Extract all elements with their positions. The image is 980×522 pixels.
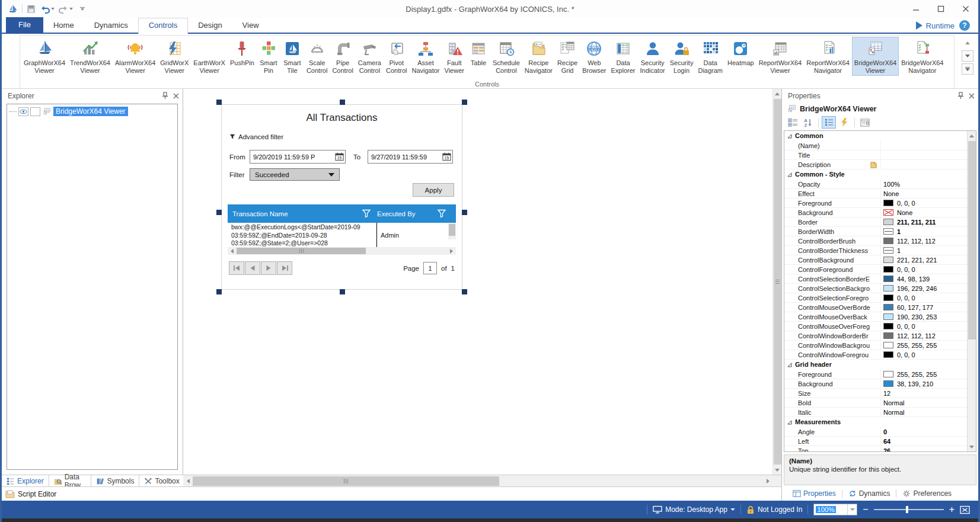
collapse-triangle-icon[interactable] — [787, 134, 792, 139]
panel-tab-preferences[interactable]: Preferences — [898, 489, 956, 498]
zoom-slider[interactable] — [874, 505, 944, 514]
dock-tab-data-brow[interactable]: Data Brow... — [49, 475, 92, 486]
ribbon-item-scale-control[interactable]: ScaleControl — [304, 37, 330, 76]
zoom-out-button[interactable]: − — [863, 504, 868, 515]
ribbon-item-bridgeworx64-navigator[interactable]: BridgeWorX64Navigator — [899, 37, 946, 76]
property-row-background[interactable]: Background38, 139, 210 — [784, 379, 967, 389]
customize-qat-button[interactable] — [80, 7, 85, 11]
script-editor-bar[interactable]: Script Editor — [2, 486, 781, 501]
advanced-filter-toggle[interactable]: Advanced filter — [229, 133, 283, 140]
property-row-controlwindowborderbr[interactable]: ControlWindowBorderBr112, 112, 112 — [784, 331, 967, 341]
table-vertical-scrollbar[interactable] — [448, 223, 456, 239]
property-row-controlmouseoverback[interactable]: ControlMouseOverBack190, 230, 253 — [784, 312, 967, 322]
selected-widget[interactable]: All Transactions Advanced filter From 9/… — [221, 104, 462, 290]
property-row-controlbackground[interactable]: ControlBackground221, 221, 221 — [784, 255, 967, 265]
property-value[interactable]: 100% — [881, 180, 967, 188]
list-view-icon[interactable] — [822, 116, 836, 129]
property-row-title[interactable]: Title — [784, 150, 967, 160]
property-value[interactable]: 38, 139, 210 — [881, 379, 967, 388]
ribbon-item-data-explorer[interactable]: DataExplorer — [609, 37, 638, 76]
ribbon-item-schedule-control[interactable]: ScheduleControl — [490, 37, 522, 76]
ribbon-item-recipe-grid[interactable]: RecipeGrid — [555, 37, 580, 76]
property-value[interactable]: Normal — [881, 408, 967, 417]
property-section-common-style[interactable]: Common - Style — [784, 169, 967, 180]
ribbon-item-gridworx-viewer[interactable]: GridWorXViewer — [158, 37, 191, 76]
property-grid-scrollbar[interactable] — [967, 131, 976, 451]
property-value[interactable]: 255, 255, 255 — [881, 341, 967, 350]
scroll-right-icon[interactable] — [447, 247, 456, 255]
ribbon-item-table[interactable]: Table — [467, 37, 490, 68]
tab-dynamics[interactable]: Dynamics — [84, 18, 138, 33]
ribbon-item-pushpin[interactable]: PushPin — [228, 37, 257, 68]
table-row[interactable]: bwx:@@ExecutionLogs<@StartDate=2019-09 0… — [228, 223, 456, 247]
resize-handle-bottom-center[interactable] — [340, 289, 345, 294]
resize-handle-middle-right[interactable] — [462, 210, 467, 215]
close-icon[interactable] — [969, 93, 975, 99]
property-row-foreground[interactable]: Foreground0, 0, 0 — [784, 198, 967, 208]
page-number-input[interactable]: 1 — [423, 262, 437, 274]
scrollbar-thumb[interactable] — [774, 99, 781, 465]
property-row-top[interactable]: Top26 — [784, 446, 967, 451]
events-lightning-icon[interactable] — [837, 116, 851, 129]
tab-view[interactable]: View — [232, 18, 269, 33]
resize-handle-bottom-left[interactable] — [216, 289, 222, 294]
property-pages-icon[interactable] — [858, 116, 872, 129]
calendar-icon[interactable]: 15 — [334, 150, 345, 163]
categorized-view-icon[interactable] — [786, 116, 800, 129]
resize-handle-middle-left[interactable] — [216, 210, 222, 215]
design-canvas[interactable]: All Transactions Advanced filter From 9/… — [183, 89, 772, 475]
property-value[interactable]: 26 — [881, 446, 967, 451]
property-value[interactable]: 255, 255, 255 — [881, 370, 967, 379]
property-row-controlborderbrush[interactable]: ControlBorderBrush112, 112, 112 — [784, 236, 967, 246]
ribbon-item-security-login[interactable]: SecurityLogin — [668, 37, 696, 76]
ribbon-item-reportworx64-viewer[interactable]: ReportWorX64Viewer — [756, 37, 805, 76]
ribbon-scroll-up-button[interactable] — [962, 37, 973, 49]
apply-button[interactable]: Apply — [413, 183, 454, 197]
to-date-input[interactable]: 9/27/2019 11:59:59 15 — [368, 150, 453, 164]
bridgeworx-viewer-widget[interactable]: All Transactions Advanced filter From 9/… — [221, 104, 462, 290]
property-value[interactable]: 211, 211, 211 — [881, 217, 967, 226]
ribbon-item-graphworx64-viewer[interactable]: GraphWorX64Viewer — [21, 37, 68, 76]
ribbon-collapse-button[interactable] — [962, 63, 973, 75]
ribbon-item-recipe-navigator[interactable]: RecipeNavigator — [522, 37, 555, 76]
property-value[interactable]: 0, 0, 0 — [881, 350, 967, 359]
property-value[interactable]: 60, 127, 177 — [881, 303, 967, 312]
tree-checkbox[interactable] — [30, 107, 40, 116]
canvas-vertical-scrollbar[interactable] — [772, 89, 781, 475]
property-value[interactable]: 0, 0, 0 — [881, 198, 967, 207]
close-icon[interactable] — [173, 93, 179, 99]
property-value[interactable]: 0, 0, 0 — [881, 322, 967, 331]
property-value[interactable]: None — [881, 208, 967, 217]
ribbon-item-smart-pin[interactable]: SmartPin — [257, 37, 280, 76]
column-filter-icon[interactable] — [362, 209, 371, 218]
property-row-controlselectionforegro[interactable]: ControlSelectionForegro0, 0, 0 — [784, 293, 967, 303]
close-button[interactable] — [953, 1, 978, 17]
scrollbar-thumb[interactable] — [968, 141, 976, 340]
first-page-button[interactable] — [229, 261, 244, 275]
ribbon-item-bridgeworx64-viewer[interactable]: BridgeWorX64Viewer — [852, 37, 899, 76]
collapse-triangle-icon[interactable] — [787, 420, 792, 425]
property-value[interactable]: 221, 221, 221 — [881, 255, 967, 264]
resize-handle-top-center[interactable] — [340, 100, 345, 105]
property-value[interactable]: 44, 98, 139 — [881, 274, 967, 283]
ribbon-item-reportworx64-navigator[interactable]: ReportWorX64Navigator — [804, 37, 852, 76]
ribbon-item-earthworx-viewer[interactable]: EarthWorXViewer — [191, 37, 228, 76]
property-row-angle[interactable]: Angle0 — [784, 427, 967, 437]
save-button[interactable] — [26, 4, 36, 14]
ribbon-item-smart-tile[interactable]: SmartTile — [280, 37, 304, 76]
runtime-button[interactable]: Runtime — [916, 21, 955, 30]
property-row-size[interactable]: Size12 — [784, 389, 967, 398]
ribbon-item-security-indicator[interactable]: SecurityIndicator — [637, 37, 667, 76]
visibility-eye-icon[interactable] — [18, 107, 28, 116]
table-horizontal-scrollbar[interactable] — [228, 247, 456, 255]
property-row-background[interactable]: BackgroundNone — [784, 208, 967, 217]
ribbon-item-asset-navigator[interactable]: AssetNavigator — [409, 37, 442, 76]
property-value[interactable]: 64 — [881, 437, 967, 446]
property-value[interactable]: 196, 229, 246 — [881, 284, 967, 293]
property-value[interactable]: 112, 112, 112 — [881, 331, 967, 340]
pin-icon[interactable] — [162, 92, 168, 100]
mode-selector[interactable]: Mode: Desktop App — [653, 505, 735, 514]
dock-tab-symbols[interactable]: Symbols — [91, 475, 139, 486]
property-row-controlwindowbackgrou[interactable]: ControlWindowBackgrou255, 255, 255 — [784, 341, 967, 350]
scroll-left-icon[interactable] — [228, 247, 237, 255]
